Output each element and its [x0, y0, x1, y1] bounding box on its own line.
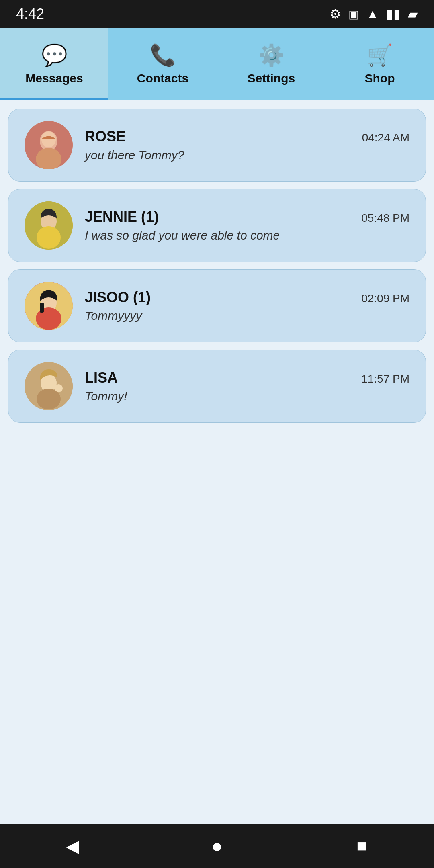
avatar-jennie: [25, 201, 73, 250]
contact-name-lisa: LISA: [85, 369, 118, 386]
tab-settings[interactable]: ⚙️ Settings: [217, 28, 326, 100]
contacts-icon: 📞: [150, 43, 176, 68]
status-bar: 4:42 ⚙ ▣ ▲ ▮▮ ▰: [0, 0, 434, 28]
message-body-lisa: LISA 11:57 PM Tommy!: [85, 369, 409, 403]
battery-icon: ▰: [408, 6, 418, 22]
avatar-jisoo: [25, 282, 73, 330]
sim-icon: ▣: [348, 8, 359, 21]
svg-point-7: [37, 226, 61, 249]
message-item-rose[interactable]: ROSE 04:24 AM you there Tommy?: [8, 108, 426, 182]
message-item-jennie[interactable]: JENNIE (1) 05:48 PM I was so glad you we…: [8, 189, 426, 262]
message-preview-lisa: Tommy!: [85, 389, 409, 403]
avatar-rose: [25, 121, 73, 169]
contact-name-rose: ROSE: [85, 128, 126, 145]
message-body-rose: ROSE 04:24 AM you there Tommy?: [85, 128, 409, 162]
message-time-rose: 04:24 AM: [362, 131, 409, 144]
tab-shop-label: Shop: [365, 72, 395, 85]
tab-messages[interactable]: 💬 Messages: [0, 28, 108, 100]
tab-settings-label: Settings: [248, 72, 295, 85]
settings-icon: ⚙️: [258, 43, 285, 68]
wifi-icon: ▲: [366, 7, 379, 22]
bottom-nav-bar: [0, 824, 434, 868]
home-button[interactable]: [201, 830, 233, 862]
message-preview-rose: you there Tommy?: [85, 148, 409, 162]
signal-icon: ▮▮: [386, 6, 401, 22]
status-icons: ⚙ ▣ ▲ ▮▮ ▰: [330, 6, 418, 22]
message-item-jisoo[interactable]: JISOO (1) 02:09 PM Tommyyyy: [8, 269, 426, 342]
tab-messages-label: Messages: [25, 72, 83, 85]
messages-icon: 💬: [41, 43, 68, 68]
message-time-lisa: 11:57 PM: [361, 373, 409, 385]
message-preview-jennie: I was so glad you were able to come: [85, 229, 409, 242]
message-preview-jisoo: Tommyyyy: [85, 309, 409, 323]
tab-shop[interactable]: 🛒 Shop: [326, 28, 434, 100]
tab-contacts-label: Contacts: [137, 72, 188, 85]
contact-name-jennie: JENNIE (1): [85, 209, 159, 225]
recent-button[interactable]: [346, 830, 378, 862]
avatar-lisa: [25, 362, 73, 410]
message-header-jisoo: JISOO (1) 02:09 PM: [85, 289, 409, 306]
gear-icon: ⚙: [330, 6, 341, 22]
message-header-rose: ROSE 04:24 AM: [85, 128, 409, 145]
contact-name-jisoo: JISOO (1): [85, 289, 151, 306]
message-body-jisoo: JISOO (1) 02:09 PM Tommyyyy: [85, 289, 409, 323]
message-header-jennie: JENNIE (1) 05:48 PM: [85, 209, 409, 225]
message-time-jennie: 05:48 PM: [361, 212, 409, 225]
svg-point-10: [36, 307, 61, 330]
tab-contacts[interactable]: 📞 Contacts: [108, 28, 217, 100]
tab-bar: 💬 Messages 📞 Contacts ⚙️ Settings 🛒 Shop: [0, 28, 434, 100]
message-item-lisa[interactable]: LISA 11:57 PM Tommy!: [8, 350, 426, 423]
status-time: 4:42: [16, 6, 44, 23]
back-button[interactable]: [56, 830, 88, 862]
message-list: ROSE 04:24 AM you there Tommy? JENNIE (1…: [0, 100, 434, 824]
svg-rect-11: [40, 303, 44, 313]
message-body-jennie: JENNIE (1) 05:48 PM I was so glad you we…: [85, 209, 409, 242]
shop-icon: 🛒: [367, 43, 393, 68]
message-time-jisoo: 02:09 PM: [361, 292, 409, 305]
svg-point-15: [55, 384, 63, 392]
svg-point-3: [41, 131, 56, 147]
message-header-lisa: LISA 11:57 PM: [85, 369, 409, 386]
